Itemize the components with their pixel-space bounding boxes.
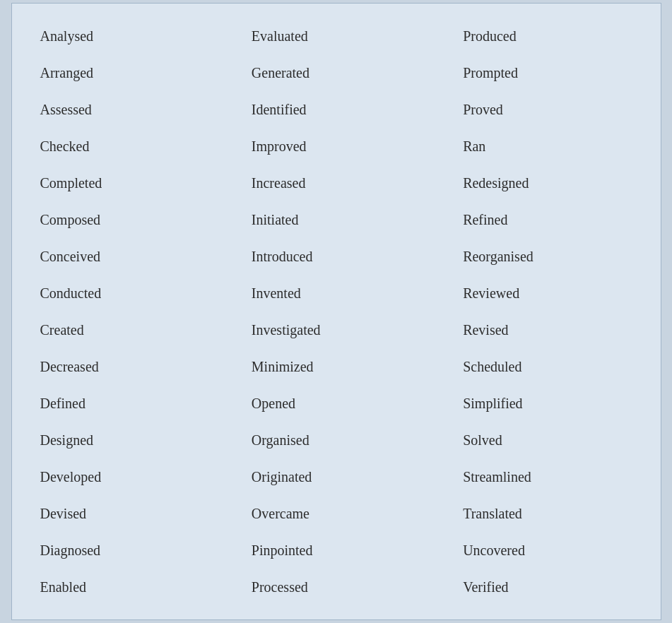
list-item: Pinpointed — [230, 532, 442, 569]
list-item: Minimized — [230, 348, 442, 385]
main-container: AnalysedEvaluatedProducedArrangedGenerat… — [11, 3, 661, 620]
list-item: Defined — [19, 385, 230, 422]
list-item: Conceived — [19, 238, 230, 275]
list-item: Simplified — [442, 385, 653, 422]
list-item: Composed — [19, 201, 230, 238]
list-item: Refined — [442, 201, 653, 238]
list-item: Uncovered — [442, 532, 653, 569]
list-item: Reviewed — [442, 275, 653, 312]
list-item: Translated — [442, 495, 653, 532]
list-item: Identified — [230, 91, 442, 128]
list-item: Completed — [19, 165, 230, 201]
list-item: Arranged — [19, 54, 230, 91]
list-item: Diagnosed — [19, 532, 230, 569]
list-item: Redesigned — [442, 165, 653, 201]
list-item: Revised — [442, 312, 653, 348]
list-item: Assessed — [19, 91, 230, 128]
list-item: Developed — [19, 458, 230, 495]
list-item: Enabled — [19, 569, 230, 605]
list-item: Prompted — [442, 54, 653, 91]
list-item: Checked — [19, 128, 230, 165]
list-item: Scheduled — [442, 348, 653, 385]
list-item: Streamlined — [442, 458, 653, 495]
list-item: Created — [19, 312, 230, 348]
list-item: Devised — [19, 495, 230, 532]
list-item: Initiated — [230, 201, 442, 238]
list-item: Organised — [230, 422, 442, 458]
list-item: Increased — [230, 165, 442, 201]
list-item: Reorganised — [442, 238, 653, 275]
word-grid: AnalysedEvaluatedProducedArrangedGenerat… — [19, 18, 654, 605]
list-item: Produced — [442, 18, 653, 54]
list-item: Solved — [442, 422, 653, 458]
list-item: Ran — [442, 128, 653, 165]
list-item: Introduced — [230, 238, 442, 275]
list-item: Conducted — [19, 275, 230, 312]
list-item: Evaluated — [230, 18, 442, 54]
list-item: Generated — [230, 54, 442, 91]
list-item: Improved — [230, 128, 442, 165]
list-item: Investigated — [230, 312, 442, 348]
list-item: Decreased — [19, 348, 230, 385]
list-item: Analysed — [19, 18, 230, 54]
list-item: Opened — [230, 385, 442, 422]
list-item: Invented — [230, 275, 442, 312]
list-item: Processed — [230, 569, 442, 605]
list-item: Designed — [19, 422, 230, 458]
list-item: Originated — [230, 458, 442, 495]
list-item: Overcame — [230, 495, 442, 532]
list-item: Proved — [442, 91, 653, 128]
list-item: Verified — [442, 569, 653, 605]
